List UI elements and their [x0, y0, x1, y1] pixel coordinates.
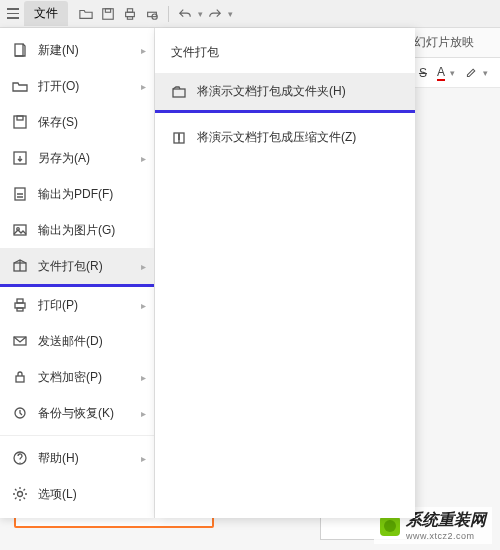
divider: [0, 435, 154, 436]
menu-export-image[interactable]: 输出为图片(G): [0, 212, 154, 248]
strikethrough-icon[interactable]: S: [419, 66, 427, 80]
menu-print[interactable]: 打印(P) ▸: [0, 287, 154, 323]
menu-label: 打开(O): [38, 78, 79, 95]
menu-package[interactable]: 文件打包(R) ▸: [0, 248, 154, 284]
save-as-icon: [12, 150, 28, 166]
svg-rect-12: [14, 225, 26, 235]
pdf-icon: [12, 186, 28, 202]
menu-encrypt[interactable]: 文档加密(P) ▸: [0, 359, 154, 395]
new-file-icon: [12, 42, 28, 58]
chevron-right-icon: ▸: [141, 372, 146, 383]
menu-label: 发送邮件(D): [38, 333, 103, 350]
redo-icon[interactable]: [205, 4, 225, 24]
chevron-right-icon: ▸: [141, 300, 146, 311]
save-icon[interactable]: [98, 4, 118, 24]
chevron-right-icon: ▸: [141, 453, 146, 464]
menu-send-mail[interactable]: 发送邮件(D): [0, 323, 154, 359]
file-menu-flyout: 新建(N) ▸ 打开(O) ▸ 保存(S) 另存为(A) ▸ 输出为PDF(F)…: [0, 28, 415, 518]
undo-icon[interactable]: [175, 4, 195, 24]
tab-slideshow[interactable]: 幻灯片放映: [414, 34, 474, 51]
menu-label: 另存为(A): [38, 150, 90, 167]
separator: [168, 6, 169, 22]
chevron-right-icon: ▸: [141, 153, 146, 164]
menu-label: 文件打包(R): [38, 258, 103, 275]
print-icon[interactable]: [120, 4, 140, 24]
print-preview-icon[interactable]: [142, 4, 162, 24]
svg-point-22: [18, 492, 23, 497]
open-folder-icon[interactable]: [76, 4, 96, 24]
package-submenu: 文件打包 将演示文档打包成文件夹(H) 将演示文档打包成压缩文件(Z): [155, 28, 415, 518]
svg-rect-15: [15, 303, 25, 308]
backup-icon: [12, 405, 28, 421]
svg-rect-8: [14, 116, 26, 128]
svg-rect-9: [17, 116, 23, 120]
svg-rect-19: [16, 376, 24, 382]
help-icon: [12, 450, 28, 466]
submenu-title: 文件打包: [155, 38, 415, 73]
active-underline: [155, 110, 415, 113]
menu-new[interactable]: 新建(N) ▸: [0, 32, 154, 68]
package-icon: [12, 258, 28, 274]
menu-label: 输出为PDF(F): [38, 186, 113, 203]
menu-save-as[interactable]: 另存为(A) ▸: [0, 140, 154, 176]
redo-dropdown[interactable]: ▾: [228, 9, 233, 19]
svg-rect-0: [103, 8, 114, 19]
print-icon: [12, 297, 28, 313]
menu-label: 文档加密(P): [38, 369, 102, 386]
menu-open[interactable]: 打开(O) ▸: [0, 68, 154, 104]
chevron-right-icon: ▸: [141, 45, 146, 56]
watermark-brand: 系统重装网: [406, 511, 486, 528]
menu-label: 帮助(H): [38, 450, 79, 467]
svg-rect-7: [15, 44, 23, 56]
submenu-label: 将演示文档打包成文件夹(H): [197, 83, 346, 100]
save-icon: [12, 114, 28, 130]
menu-backup[interactable]: 备份与恢复(K) ▸: [0, 395, 154, 431]
folder-package-icon: [171, 84, 187, 100]
menu-label: 新建(N): [38, 42, 79, 59]
menu-export-pdf[interactable]: 输出为PDF(F): [0, 176, 154, 212]
font-color-icon[interactable]: A▾: [437, 65, 455, 81]
menu-label: 打印(P): [38, 297, 78, 314]
svg-rect-3: [127, 8, 132, 12]
open-icon: [12, 78, 28, 94]
file-tab[interactable]: 文件: [24, 1, 68, 26]
submenu-package-zip[interactable]: 将演示文档打包成压缩文件(Z): [155, 119, 415, 156]
submenu-label: 将演示文档打包成压缩文件(Z): [197, 129, 356, 146]
menu-label: 选项(L): [38, 486, 77, 503]
svg-rect-23: [173, 89, 185, 97]
menu-save[interactable]: 保存(S): [0, 104, 154, 140]
menu-label: 备份与恢复(K): [38, 405, 114, 422]
menu-icon[interactable]: [4, 5, 22, 23]
chevron-right-icon: ▸: [141, 408, 146, 419]
undo-dropdown[interactable]: ▾: [198, 9, 203, 19]
menu-label: 输出为图片(G): [38, 222, 115, 239]
watermark-logo-icon: [380, 516, 400, 536]
svg-rect-16: [17, 299, 23, 303]
menu-label: 保存(S): [38, 114, 78, 131]
svg-rect-17: [17, 308, 23, 311]
lock-icon: [12, 369, 28, 385]
watermark-url: www.xtcz2.com: [406, 531, 486, 541]
chevron-right-icon: ▸: [141, 81, 146, 92]
gear-icon: [12, 486, 28, 502]
file-menu: 新建(N) ▸ 打开(O) ▸ 保存(S) 另存为(A) ▸ 输出为PDF(F)…: [0, 28, 155, 518]
svg-rect-1: [105, 8, 110, 12]
image-icon: [12, 222, 28, 238]
zip-package-icon: [171, 130, 187, 146]
submenu-package-folder[interactable]: 将演示文档打包成文件夹(H): [155, 73, 415, 110]
chevron-right-icon: ▸: [141, 261, 146, 272]
quick-access-toolbar: 文件 ▾ ▾: [0, 0, 500, 28]
highlight-icon[interactable]: ▾: [465, 66, 488, 79]
menu-options[interactable]: 选项(L): [0, 476, 154, 512]
svg-rect-2: [126, 12, 135, 16]
mail-icon: [12, 333, 28, 349]
menu-help[interactable]: 帮助(H) ▸: [0, 440, 154, 476]
svg-rect-4: [127, 16, 132, 19]
